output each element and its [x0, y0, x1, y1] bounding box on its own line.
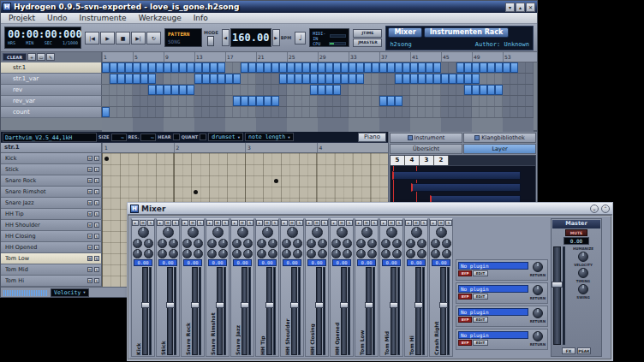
fx-return-knob[interactable]	[533, 285, 543, 295]
song-cell[interactable]	[349, 96, 356, 106]
mixer-toggle-button[interactable]: Mixer	[388, 27, 421, 38]
jack-master-button[interactable]: JMASTER	[353, 39, 382, 47]
channel-mute-button[interactable]: M	[214, 220, 221, 226]
song-cell[interactable]	[464, 62, 472, 73]
quantize-toggle[interactable]	[200, 134, 206, 140]
song-cell[interactable]	[510, 62, 518, 73]
song-cell[interactable]	[510, 85, 518, 95]
pan-knob[interactable]	[237, 227, 248, 238]
song-cell[interactable]	[341, 107, 349, 117]
fx-bypass-button[interactable]: BYP	[458, 340, 472, 346]
instrument-solo-button[interactable]: S	[94, 200, 99, 205]
song-grid-row[interactable]	[102, 85, 534, 96]
metronome-button[interactable]: ♩	[295, 32, 306, 45]
tab-instrument[interactable]: Instrument	[390, 133, 462, 143]
song-cell[interactable]	[171, 96, 179, 106]
channel-solo-button[interactable]: S	[346, 220, 353, 226]
song-cell[interactable]	[171, 85, 179, 95]
song-cell[interactable]	[410, 85, 418, 95]
pattern-list-item[interactable]: str.1_var	[1, 74, 102, 85]
song-cell[interactable]	[218, 96, 225, 106]
fx1-send-knob[interactable]	[158, 239, 167, 248]
fx3-send-knob[interactable]	[207, 249, 217, 258]
fader-handle[interactable]	[315, 302, 324, 308]
song-cell[interactable]	[264, 96, 271, 106]
song-cell[interactable]	[456, 62, 464, 73]
song-cell[interactable]	[295, 62, 302, 73]
song-cell[interactable]	[156, 62, 164, 73]
song-cell[interactable]	[218, 85, 225, 95]
menu-item[interactable]: Projekt	[3, 13, 41, 24]
channel-mute-button[interactable]: M	[164, 220, 171, 226]
song-cell[interactable]	[456, 85, 464, 95]
song-cell[interactable]	[233, 96, 241, 106]
song-cell[interactable]	[464, 74, 472, 84]
channel-trigger-button[interactable]: ▸	[331, 220, 337, 226]
bpm-increase-button[interactable]: ▶	[272, 29, 280, 46]
song-cell[interactable]	[171, 62, 179, 73]
resolution-selector[interactable]: ◂▸	[140, 134, 156, 141]
song-cell[interactable]	[495, 74, 503, 84]
song-cell[interactable]	[372, 107, 379, 117]
pan-knob[interactable]	[361, 227, 373, 238]
channel-mute-button[interactable]: M	[264, 220, 271, 226]
song-cell[interactable]	[395, 96, 402, 106]
humanize-velocity-knob[interactable]	[578, 252, 588, 262]
song-cell[interactable]	[125, 85, 133, 95]
swing-knob[interactable]	[578, 284, 588, 294]
song-cell[interactable]	[125, 62, 133, 73]
song-cell[interactable]	[310, 96, 318, 106]
song-cell[interactable]	[464, 107, 472, 117]
layer-bar[interactable]	[392, 171, 521, 180]
fx1-send-knob[interactable]	[307, 239, 316, 248]
song-cell[interactable]	[102, 74, 110, 84]
song-cell[interactable]	[379, 85, 387, 95]
fx-edit-button[interactable]: EDIT	[473, 317, 488, 323]
pan-knob[interactable]	[163, 227, 174, 238]
song-cell[interactable]	[241, 85, 248, 95]
song-cell[interactable]	[341, 85, 349, 95]
song-cell[interactable]	[279, 62, 287, 73]
fx-edit-button[interactable]: EDIT	[473, 294, 488, 300]
song-cell[interactable]	[372, 96, 379, 106]
channel-mute-button[interactable]: M	[189, 220, 196, 226]
song-cell[interactable]	[349, 74, 356, 84]
song-cell[interactable]	[156, 107, 164, 117]
song-cell[interactable]	[287, 74, 295, 84]
song-cell[interactable]	[194, 62, 202, 73]
song-cell[interactable]	[133, 74, 140, 84]
song-cell[interactable]	[495, 96, 503, 106]
song-cell[interactable]	[164, 85, 171, 95]
song-cell[interactable]	[318, 107, 325, 117]
fx4-send-knob[interactable]	[293, 249, 302, 258]
song-cell[interactable]	[418, 74, 426, 84]
song-cell[interactable]	[325, 85, 333, 95]
instrument-solo-button[interactable]: S	[94, 256, 99, 261]
fx1-send-knob[interactable]	[207, 239, 217, 248]
fx3-send-knob[interactable]	[356, 249, 366, 258]
song-cell[interactable]	[194, 96, 202, 106]
song-cell[interactable]	[510, 96, 518, 106]
instrument-row[interactable]: Snare RimshotMS	[1, 187, 102, 198]
pattern-list-item[interactable]: str.1	[1, 62, 102, 74]
song-cell[interactable]	[279, 85, 287, 95]
song-cell[interactable]	[364, 96, 372, 106]
fx-return-knob[interactable]	[533, 331, 543, 341]
jack-time-button[interactable]: JTIME	[353, 29, 382, 38]
forward-button[interactable]: ▶|	[131, 32, 146, 45]
pan-knob[interactable]	[386, 227, 397, 238]
song-cell[interactable]	[179, 96, 187, 106]
tab-layer[interactable]: Layer	[463, 144, 536, 154]
instrument-mute-button[interactable]: M	[87, 189, 92, 194]
fx3-send-knob[interactable]	[381, 249, 391, 258]
song-cell[interactable]	[241, 96, 248, 106]
channel-solo-button[interactable]: S	[321, 220, 328, 226]
instrument-rack-toggle-button[interactable]: Instrumenten Rack	[424, 27, 510, 38]
song-cell[interactable]	[233, 62, 241, 73]
song-cell[interactable]	[472, 85, 480, 95]
mixer-titlebar[interactable]: H Mixer ⌄ ⌃	[128, 203, 612, 215]
fx3-send-knob[interactable]	[158, 249, 167, 258]
song-cell[interactable]	[441, 107, 449, 117]
song-cell[interactable]	[426, 85, 433, 95]
song-cell[interactable]	[287, 107, 295, 117]
